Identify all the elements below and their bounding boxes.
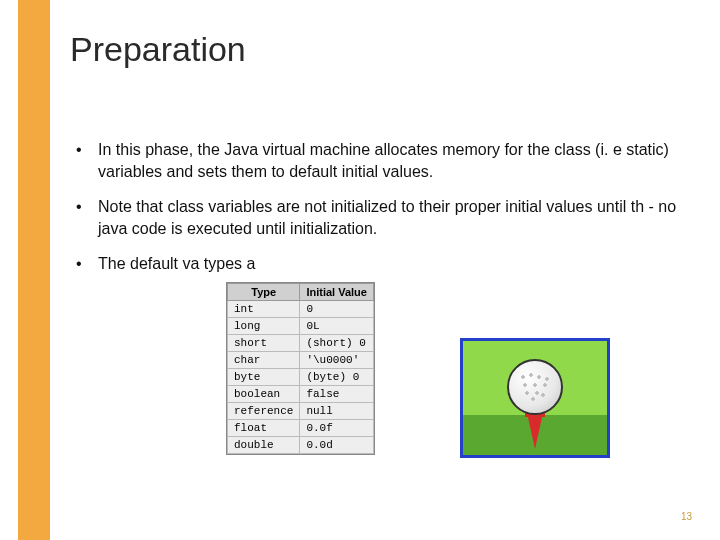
bullet-item: • In this phase, the Java virtual machin… bbox=[70, 139, 680, 182]
table-row: booleanfalse bbox=[228, 386, 374, 403]
cell-type: byte bbox=[228, 369, 300, 386]
left-accent-bar bbox=[18, 0, 50, 540]
cell-value: 0L bbox=[300, 318, 374, 335]
table-row: referencenull bbox=[228, 403, 374, 420]
bullet-text: Note that class variables are not initia… bbox=[98, 196, 680, 239]
table-row: int0 bbox=[228, 301, 374, 318]
table-row: short(short) 0 bbox=[228, 335, 374, 352]
table-row: double0.0d bbox=[228, 437, 374, 454]
golf-ball-icon bbox=[507, 359, 563, 415]
table-row: char'\u0000' bbox=[228, 352, 374, 369]
bullet-item: • Note that class variables are not init… bbox=[70, 196, 680, 239]
bullet-list: • In this phase, the Java virtual machin… bbox=[70, 139, 680, 275]
table-header-value: Initial Value bbox=[300, 284, 374, 301]
golf-ball-clipart bbox=[460, 338, 610, 458]
bullet-text: The default va types a bbox=[98, 253, 680, 275]
cell-type: boolean bbox=[228, 386, 300, 403]
table-header-type: Type bbox=[228, 284, 300, 301]
cell-value: null bbox=[300, 403, 374, 420]
cell-value: 0 bbox=[300, 301, 374, 318]
golf-tee bbox=[527, 413, 543, 449]
page-number: 13 bbox=[681, 511, 692, 522]
table-row: float0.0f bbox=[228, 420, 374, 437]
cell-value: '\u0000' bbox=[300, 352, 374, 369]
bullet-dot: • bbox=[70, 139, 98, 182]
bullet-dot: • bbox=[70, 196, 98, 239]
cell-value: 0.0d bbox=[300, 437, 374, 454]
table-row: byte(byte) 0 bbox=[228, 369, 374, 386]
slide-content: Preparation • In this phase, the Java vi… bbox=[70, 30, 680, 289]
slide-title: Preparation bbox=[70, 30, 680, 69]
table-row: long0L bbox=[228, 318, 374, 335]
cell-value: false bbox=[300, 386, 374, 403]
cell-value: (byte) 0 bbox=[300, 369, 374, 386]
cell-type: double bbox=[228, 437, 300, 454]
cell-type: long bbox=[228, 318, 300, 335]
cell-type: short bbox=[228, 335, 300, 352]
cell-type: char bbox=[228, 352, 300, 369]
bullet-text: In this phase, the Java virtual machine … bbox=[98, 139, 680, 182]
cell-value: (short) 0 bbox=[300, 335, 374, 352]
default-values-table: Type Initial Value int0 long0L short(sho… bbox=[226, 282, 375, 455]
cell-type: int bbox=[228, 301, 300, 318]
cell-value: 0.0f bbox=[300, 420, 374, 437]
bullet-dot: • bbox=[70, 253, 98, 275]
cell-type: float bbox=[228, 420, 300, 437]
bullet-item: • The default va types a bbox=[70, 253, 680, 275]
cell-type: reference bbox=[228, 403, 300, 420]
